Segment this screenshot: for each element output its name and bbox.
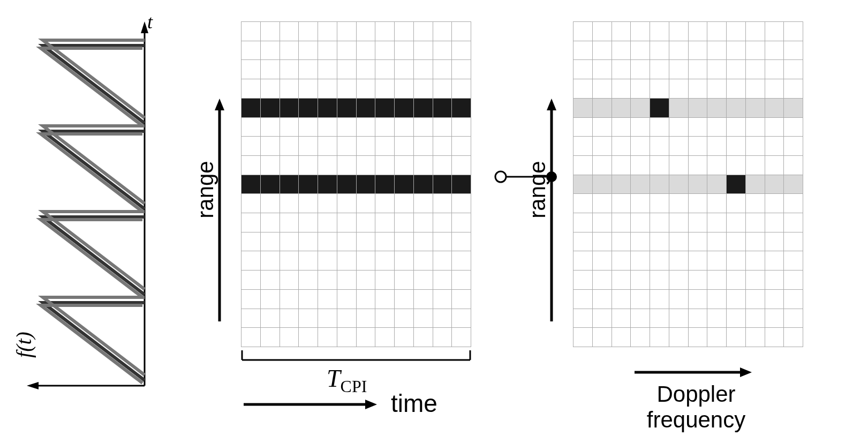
- grid2-cell: [241, 175, 260, 194]
- grid3-cell: [707, 137, 726, 155]
- grid2-cell: [299, 290, 318, 309]
- grid2-cell: [280, 118, 299, 137]
- grid3-cell: [707, 118, 726, 137]
- grid2-cell: [318, 118, 337, 137]
- grid3-cell: [593, 232, 612, 251]
- grid3-cell: [650, 22, 669, 41]
- grid3-cell: [573, 156, 592, 175]
- p3-x-label: Dopplerfrequency: [643, 381, 750, 433]
- grid3-cell: [573, 118, 592, 137]
- grid2-cell: [433, 79, 452, 98]
- grid2-cell: [337, 137, 356, 155]
- grid2-cell: [375, 232, 394, 251]
- grid3-cell: [650, 290, 669, 309]
- grid3-cell: [746, 175, 765, 194]
- grid3-cell: [765, 22, 784, 41]
- grid3-cell: [650, 309, 669, 328]
- grid3-cell: [612, 213, 631, 232]
- grid3-cell: [573, 79, 592, 98]
- grid3-cell: [727, 41, 745, 60]
- grid3-cell: [631, 290, 650, 309]
- grid3-cell: [593, 194, 612, 213]
- grid2-cell: [318, 22, 337, 41]
- grid2-cell: [299, 271, 318, 289]
- grid2-cell: [280, 213, 299, 232]
- grid2-cell: [337, 60, 356, 79]
- grid2-cell: [261, 232, 280, 251]
- grid2-cell: [241, 213, 260, 232]
- grid2-cell: [357, 118, 375, 137]
- grid2-cell: [375, 194, 394, 213]
- grid3-cell: [669, 99, 688, 117]
- grid2-cell: [452, 194, 471, 213]
- grid3-cell: [631, 251, 650, 270]
- grid2-cell: [280, 271, 299, 289]
- grid3-cell: [765, 175, 784, 194]
- grid2-cell: [261, 194, 280, 213]
- grid2-cell: [433, 309, 452, 328]
- grid3-cell: [650, 79, 669, 98]
- grid3-cell: [746, 309, 765, 328]
- grid2-cell: [395, 99, 413, 117]
- grid2-cell: [318, 232, 337, 251]
- grid3-cell: [727, 137, 745, 155]
- grid3-cell: [707, 309, 726, 328]
- grid3-cell: [593, 309, 612, 328]
- grid3-cell: [727, 175, 745, 194]
- grid3-cell: [612, 194, 631, 213]
- grid3-cell: [650, 175, 669, 194]
- grid3-cell: [707, 290, 726, 309]
- grid3-cell: [746, 118, 765, 137]
- grid3-cell: [727, 271, 745, 289]
- grid2-cell: [414, 309, 433, 328]
- grid2-cell: [318, 309, 337, 328]
- grid3-cell: [707, 22, 726, 41]
- grid2-cell: [433, 194, 452, 213]
- grid3-cell: [727, 290, 745, 309]
- grid3-cell: [669, 156, 688, 175]
- grid3-cell: [689, 99, 707, 117]
- grid3-cell: [669, 194, 688, 213]
- grid2-cell: [337, 22, 356, 41]
- grid2-cell: [452, 22, 471, 41]
- grid2-cell: [375, 79, 394, 98]
- grid2-cell: [337, 194, 356, 213]
- grid3-cell: [612, 290, 631, 309]
- grid2-cell: [318, 156, 337, 175]
- grid3-cell: [689, 60, 707, 79]
- grid2-cell: [452, 213, 471, 232]
- grid3-cell: [727, 99, 745, 117]
- grid3-cell: [612, 79, 631, 98]
- grid2-cell: [280, 328, 299, 347]
- grid2-cell: [337, 41, 356, 60]
- grid2-cell: [395, 41, 413, 60]
- grid3-cell: [593, 156, 612, 175]
- svg-marker-15: [547, 99, 556, 110]
- grid2-cell: [357, 309, 375, 328]
- grid3-cell: [727, 309, 745, 328]
- grid3-cell: [727, 232, 745, 251]
- grid2-cell: [433, 118, 452, 137]
- grid2-cell: [414, 271, 433, 289]
- grid2-cell: [357, 41, 375, 60]
- grid2-cell: [414, 79, 433, 98]
- grid3-cell: [573, 213, 592, 232]
- grid2-cell: [337, 79, 356, 98]
- grid2-cell: [452, 175, 471, 194]
- grid3-cell: [631, 194, 650, 213]
- grid3-cell: [707, 41, 726, 60]
- grid2-cell: [395, 175, 413, 194]
- grid3-cell: [727, 79, 745, 98]
- grid3-cell: [689, 290, 707, 309]
- grid3-cell: [784, 99, 803, 117]
- grid2-cell: [299, 328, 318, 347]
- grid3-cell: [631, 156, 650, 175]
- grid2-cell: [414, 232, 433, 251]
- grid3-cell: [612, 118, 631, 137]
- grid2-cell: [433, 232, 452, 251]
- svg-point-11: [495, 171, 506, 182]
- grid3-cell: [612, 271, 631, 289]
- grid3-cell: [669, 175, 688, 194]
- grid3-cell: [689, 175, 707, 194]
- grid3-cell: [707, 271, 726, 289]
